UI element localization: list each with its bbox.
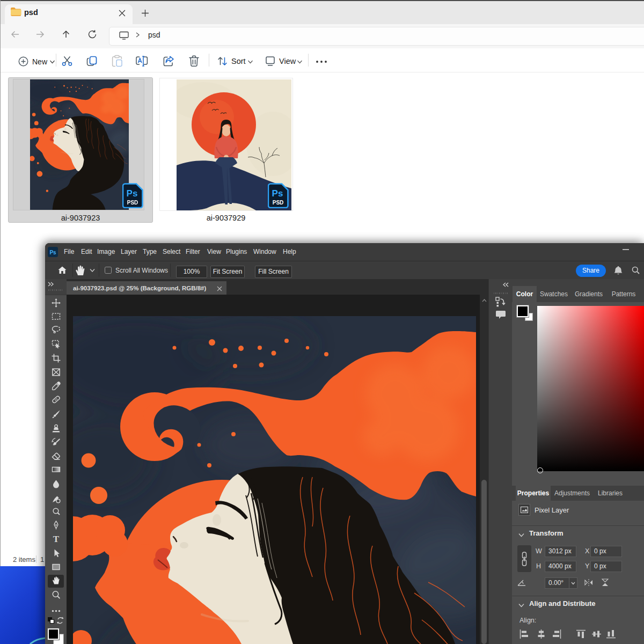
svg-text:PSD: PSD xyxy=(127,200,138,206)
svg-text:Ps: Ps xyxy=(49,250,56,255)
svg-text:Ps: Ps xyxy=(127,188,138,199)
svg-text:T: T xyxy=(53,534,60,543)
svg-text:Ps: Ps xyxy=(272,188,283,199)
svg-text:PSD: PSD xyxy=(273,200,284,206)
